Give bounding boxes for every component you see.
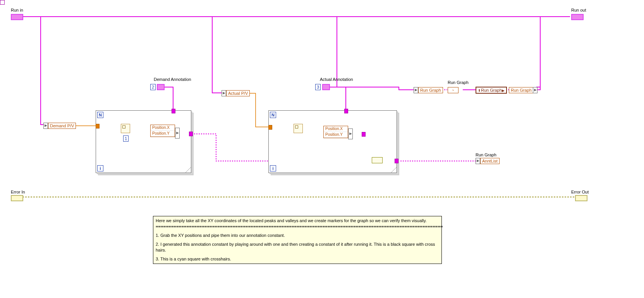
run-graph-label-1: Run Graph <box>448 80 469 85</box>
loop2-resize-icon <box>391 167 397 173</box>
run-in-label: Run in <box>11 8 23 12</box>
label-number-2: 2 <box>150 84 156 90</box>
loop2-top-tunnel <box>344 109 348 113</box>
anntlist-property[interactable]: AnntList <box>480 158 500 164</box>
loop2-bottom-input-tunnel <box>0 0 5 5</box>
comment-item-2: 2. I generated this annotation constant … <box>156 241 439 253</box>
loop2-i-terminal[interactable]: i <box>270 165 276 171</box>
run-graph-property-2[interactable]: Run Graph <box>509 87 534 93</box>
comment-divider: ========================================… <box>156 224 439 229</box>
comment-item-1: 1. Grab the XY positions and pipe them i… <box>156 233 439 238</box>
unbundle-position-1[interactable]: Position.X Position.Y <box>150 125 175 137</box>
error-out-terminal[interactable] <box>575 195 587 201</box>
unbundle-position-y: Position.Y <box>151 131 175 137</box>
loop1-top-tunnel <box>172 109 175 113</box>
error-in-terminal[interactable] <box>11 195 23 201</box>
loop-i-terminal[interactable]: i <box>97 165 103 171</box>
label-number-3: 3 <box>315 84 321 90</box>
bundle-merge-icon-1: ▶ <box>175 128 180 139</box>
comment-line-1: Here we simply take all the XY coordinat… <box>156 218 439 224</box>
loop-N-terminal[interactable]: N <box>97 112 103 118</box>
run-graph-label-bottom: Run Graph <box>476 152 496 157</box>
run-out-label: Run out <box>571 8 586 12</box>
actual-pv-property[interactable]: Actual P/V <box>226 90 250 96</box>
run-graph-arrow-1: ▶ <box>414 87 418 93</box>
demand-annotation-label: Demand Annotation <box>154 77 191 82</box>
for-loop-demand[interactable]: N i <box>96 110 191 173</box>
comment-box: Here we simply take all the XY coordinat… <box>153 216 442 264</box>
run-graph-local-text: Run Graph <box>481 88 502 92</box>
actual-annotation-constant[interactable] <box>322 84 330 90</box>
waveform-icon: ~ <box>448 87 459 93</box>
bundle-merge-icon-2: ▶ <box>348 128 353 139</box>
unbundle-position-x: Position.X <box>151 125 175 131</box>
anntlist-arrow-icon: ▶ <box>476 158 480 164</box>
run-graph-arrow-2: ▶ <box>533 87 538 93</box>
run-out-terminal[interactable] <box>571 14 584 20</box>
demand-annotation-constant[interactable] <box>157 84 165 90</box>
loop1-output-tunnel <box>189 132 193 136</box>
actual-pv-arrow-icon: ▶ <box>222 90 226 96</box>
for-loop-actual[interactable]: N i <box>268 110 397 173</box>
unbundle2-position-y: Position.Y <box>324 132 348 138</box>
comment-item-3: 3. This is a cyan square with crosshairs… <box>156 256 439 262</box>
unbundle2-position-x: Position.X <box>324 126 348 132</box>
error-in-label: Error In <box>11 190 25 194</box>
run-graph-property-1[interactable]: Run Graph <box>418 87 443 93</box>
run-graph-local-var[interactable]: ⬆Run Graph▶ <box>476 87 507 94</box>
loop2-bottom-output-tunnel <box>395 159 398 163</box>
error-out-label: Error Out <box>571 190 589 194</box>
demand-pv-arrow-icon: ▶ <box>43 123 48 129</box>
run-in-terminal[interactable] <box>11 14 23 20</box>
loop2-N-terminal[interactable]: N <box>270 112 276 118</box>
unbundle-position-2[interactable]: Position.X Position.Y <box>323 126 348 138</box>
loop1-input-tunnel <box>96 124 100 128</box>
demand-pv-property[interactable]: Demand P/V <box>48 123 76 129</box>
loop-resize-icon <box>185 167 191 173</box>
index-array-node-1[interactable] <box>121 124 130 133</box>
actual-annotation-label: Actual Annotation <box>320 77 353 82</box>
label-number-1: 1 <box>123 135 129 142</box>
build-array-node[interactable] <box>372 157 383 163</box>
loop2-input-tunnel <box>268 125 272 130</box>
loop2-mid-output-tunnel <box>362 132 366 137</box>
index-array-node-2[interactable] <box>294 124 303 133</box>
